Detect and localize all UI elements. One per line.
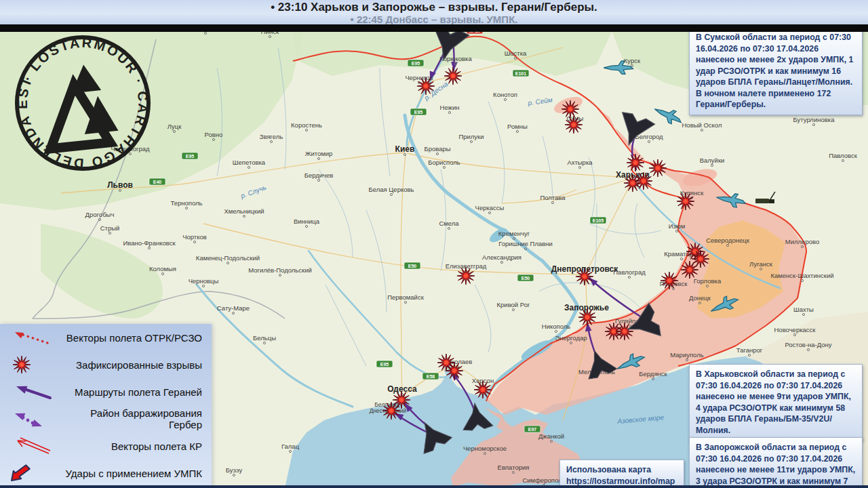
city-label: Могилёв-Подольский (248, 266, 312, 274)
city-label: Прилуки (458, 133, 484, 140)
city-label: Новый Оскол (682, 121, 722, 129)
city-label: Никополь (542, 323, 570, 330)
lostarmour-logo-stamp: · LOSTARMOUR · CARTHAGO DELENDA EST (11, 31, 155, 175)
city-label: Коростень (291, 121, 322, 129)
svg-text:E95: E95 (414, 110, 423, 115)
city-label: Ростов-на-Дону (785, 341, 831, 348)
city-label: Черкассы (475, 204, 505, 211)
kr-vector-icon (5, 435, 60, 457)
city-label: Павловск (829, 152, 858, 159)
city-label: Ровно (205, 131, 223, 138)
city-label: Тернополь (170, 199, 202, 207)
city-label: Александрия (482, 253, 521, 261)
ticker-line-1: • 23:10 Харьков и Запорожье – взрывы. Ге… (0, 1, 868, 14)
city-label: Донецк (689, 294, 711, 302)
city-label: Чортков (182, 233, 207, 241)
city-label: Джанкой (538, 432, 564, 440)
city-label: Кривой Рог (497, 301, 530, 308)
city-label: Бердянск (639, 370, 667, 378)
city-label: Ахтырка (567, 159, 593, 166)
svg-text:E95: E95 (412, 61, 420, 66)
attribution-url: https://lostarmour.info/map (566, 476, 675, 486)
svg-text:E40: E40 (153, 180, 162, 184)
city-label: Львов (107, 180, 133, 190)
svg-text:E95: E95 (380, 362, 389, 367)
city-label: Галац (281, 443, 300, 450)
geran-route-icon (5, 381, 60, 403)
city-label: Горловка (694, 277, 722, 285)
info-box-zaporizhzhia: В Запорожской области за период с 07:30 … (689, 437, 863, 487)
road-badge: E97 (524, 426, 540, 432)
city-label: Бровары (424, 145, 450, 152)
road-badge: E101 (513, 70, 529, 77)
legend-label: Маршруты полета Гераней (65, 386, 212, 398)
legend-row-geran: Маршруты полета Гераней (0, 378, 212, 405)
city-label: Житомир (305, 150, 333, 157)
arrowhead-icon (14, 329, 24, 338)
city-label: Каменец-Подольский (196, 254, 260, 262)
city-label: Горишние Плавни (498, 240, 553, 247)
legend-row-umpk: Удары с применением УМПК (0, 460, 212, 487)
legend-label: Векторы полета КР (65, 441, 212, 452)
map-legend: Векторы полета ОТРК/РСЗО Зафиксированные… (0, 324, 212, 488)
city-label: Звягель (260, 133, 283, 140)
stamp-triangles-icon (42, 62, 119, 148)
city-label: Бузэу (226, 466, 243, 474)
city-label: Курск (624, 57, 641, 64)
city-label: Полтава (540, 194, 566, 201)
city-label: Шостка (505, 49, 527, 57)
road-badge: E95 (408, 60, 424, 66)
city-label: Конотоп (493, 91, 517, 98)
city-label: Шахты (793, 306, 814, 313)
svg-text:E50: E50 (521, 276, 530, 281)
city-label: Борисполь (428, 159, 460, 166)
city-label: Северодонецк (706, 237, 750, 244)
legend-label: Район барражирования Гербер (65, 407, 212, 430)
city-label: Дрогобыч (85, 211, 115, 218)
city-label: Сату-Маре (217, 304, 250, 312)
legend-label: Зафиксированные взрывы (65, 359, 212, 371)
city-label: Стрый (100, 224, 120, 232)
city-label: Бутурлиновка (793, 116, 835, 123)
ticker-line-2: • 22:45 Донбасс – взрывы. УМПК. (0, 14, 868, 24)
svg-text:E101: E101 (515, 71, 526, 76)
road-badge: E50 (404, 262, 420, 269)
city-label: Валуйки (700, 157, 725, 164)
road-badge: E58 (422, 373, 439, 380)
city-label: Кременчуг (498, 230, 530, 237)
legend-label: Векторы полета ОТРК/РСЗО (65, 332, 212, 344)
city-label: Купянск (680, 189, 705, 197)
city-label: Бердичев (304, 171, 334, 179)
city-label: Белая Церковь (369, 186, 414, 193)
svg-text:E58: E58 (427, 374, 435, 379)
road-badge: E95 (376, 361, 393, 367)
arrowhead-icon (15, 382, 27, 393)
legend-row-gerbera: Район барражирования Гербер (0, 405, 212, 432)
road-badge: E50 (517, 274, 534, 281)
city-label: Нежин (440, 104, 460, 111)
arrowhead-icon (32, 420, 43, 430)
city-label: Ивано-Франковск (123, 239, 176, 247)
umpk-strike-icon (5, 462, 60, 484)
city-label: Ромны (507, 123, 528, 130)
map-attribution: Использована карта https://lostarmour.in… (559, 460, 684, 488)
svg-text:E105: E105 (593, 218, 604, 223)
lostarmour-strike-map: E95E101E95E95E40E105E50E50E95E58E97М-10К… (0, 0, 868, 488)
legend-row-kr: Векторы полета КР (0, 432, 212, 460)
road-badge: E105 (590, 217, 606, 224)
city-label: Винница (294, 218, 320, 225)
svg-text:E50: E50 (408, 264, 417, 268)
city-label: Хмельницкий (224, 207, 264, 215)
top-divider-bar (0, 24, 868, 32)
legend-row-otrk: Векторы полета ОТРК/РСЗО (0, 324, 212, 351)
road-badge: E95 (410, 108, 427, 115)
city-label: Павлоград (613, 268, 646, 276)
city-label: Шепетовка (233, 159, 266, 166)
city-label: Энергодар (555, 334, 587, 342)
city-label: Новочеркасск (774, 326, 816, 333)
city-label: Луцк (167, 123, 182, 130)
city-label: Мариуполь (670, 351, 703, 359)
city-label: Луганск (749, 260, 773, 268)
gerbera-loiter-icon (5, 408, 60, 430)
svg-text:E97: E97 (528, 427, 537, 432)
